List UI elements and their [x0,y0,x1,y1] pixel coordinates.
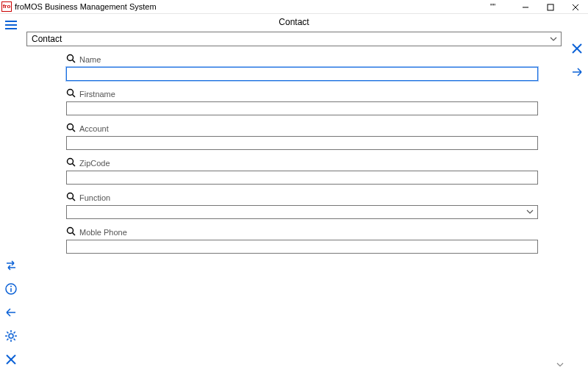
mobile-input[interactable] [66,240,538,254]
svg-rect-1 [548,4,553,10]
forward-icon[interactable] [570,65,584,79]
svg-point-25 [68,124,74,130]
search-icon[interactable] [66,88,76,100]
field-label-text: Firstname [79,90,115,99]
svg-line-24 [73,95,76,98]
window-controls: "" [490,0,588,14]
svg-point-23 [68,90,74,96]
zipcode-input[interactable] [66,171,538,185]
chevron-down-icon[interactable] [556,360,564,371]
back-icon[interactable] [4,306,18,319]
search-icon[interactable] [66,226,76,238]
svg-point-10 [9,334,13,338]
entity-selector-value: Contact [32,34,62,44]
svg-line-22 [73,60,76,63]
name-input[interactable] [66,67,538,81]
swap-icon[interactable] [4,259,18,272]
hamburger-icon[interactable] [4,18,18,32]
field-label-account: Account [66,123,562,135]
field-label-name: Name [66,54,562,65]
search-icon[interactable] [66,54,76,65]
gear-icon[interactable] [4,329,18,343]
app-logo: fro [1,1,12,12]
account-input[interactable] [66,136,538,150]
window-indicator: "" [490,3,495,11]
main-panel: Contact Contact NameFirstnameAccountZipC… [22,14,566,372]
function-select[interactable] [66,205,538,219]
window-close-button[interactable] [563,0,588,14]
svg-point-31 [68,228,74,234]
field-row-zipcode: ZipCode [66,157,562,185]
field-label-zipcode: ZipCode [66,157,562,169]
close-icon[interactable] [570,42,584,55]
right-sidebar [566,14,588,372]
field-label-text: Account [79,124,109,133]
minimize-button[interactable] [513,0,538,14]
field-label-mobile: Moble Phone [66,226,562,238]
left-sidebar [0,14,22,372]
svg-point-21 [68,55,74,61]
svg-line-17 [14,332,15,333]
field-row-mobile: Moble Phone [66,226,562,254]
search-form: NameFirstnameAccountZipCodeFunctionMoble… [22,51,566,265]
svg-point-29 [68,193,74,199]
app-body: Contact Contact NameFirstnameAccountZipC… [0,14,588,372]
search-icon[interactable] [66,192,76,204]
chevron-down-icon [549,35,558,46]
svg-line-32 [73,233,76,236]
maximize-button[interactable] [538,0,563,14]
svg-line-16 [14,339,15,340]
page-title: Contact [22,14,566,30]
entity-selector[interactable]: Contact [26,32,562,46]
field-row-function: Function [66,192,562,219]
window-title: froMOS Business Management System [15,2,157,11]
svg-line-30 [73,198,76,201]
search-icon[interactable] [66,157,76,169]
field-row-account: Account [66,123,562,150]
chevron-down-icon [526,207,534,218]
field-label-text: Name [79,55,101,64]
field-row-name: Name [66,54,562,81]
field-label-function: Function [66,192,562,204]
svg-point-27 [68,159,74,165]
search-icon[interactable] [66,123,76,135]
field-label-text: ZipCode [79,159,110,168]
firstname-input[interactable] [66,101,538,115]
info-icon[interactable] [4,282,18,296]
field-row-firstname: Firstname [66,88,562,115]
svg-line-15 [7,332,8,333]
svg-line-26 [73,129,76,132]
titlebar: fro froMOS Business Management System "" [0,0,588,14]
svg-line-18 [7,339,8,340]
svg-point-9 [10,286,12,287]
field-label-firstname: Firstname [66,88,562,100]
svg-line-28 [73,164,76,167]
field-label-text: Function [79,193,110,202]
close-icon[interactable] [4,353,18,366]
field-label-text: Moble Phone [79,228,127,237]
